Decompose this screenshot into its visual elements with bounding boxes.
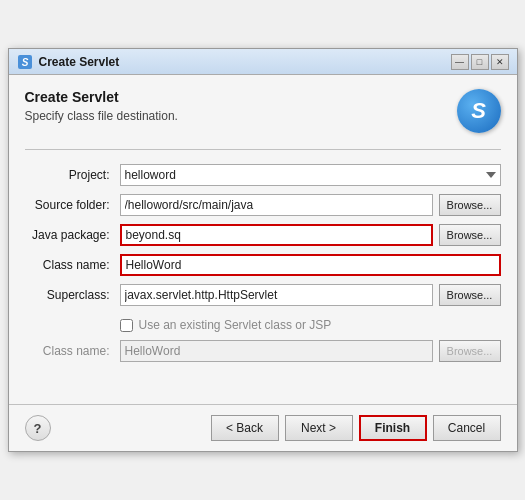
java-package-input[interactable] (120, 224, 433, 246)
superclass-browse-button[interactable]: Browse... (439, 284, 501, 306)
java-package-input-area: Browse... (120, 224, 501, 246)
bottom-bar: ? < Back Next > Finish Cancel (9, 404, 517, 451)
source-folder-input-area: Browse... (120, 194, 501, 216)
help-button[interactable]: ? (25, 415, 51, 441)
disabled-class-input-area: Browse... (120, 340, 501, 362)
disabled-class-row: Class name: Browse... (25, 340, 501, 362)
superclass-input-area: Browse... (120, 284, 501, 306)
svg-text:S: S (21, 57, 28, 68)
project-select[interactable]: helloword (120, 164, 501, 186)
finish-button[interactable]: Finish (359, 415, 427, 441)
superclass-input[interactable] (120, 284, 433, 306)
existing-servlet-label: Use an existing Servlet class or JSP (139, 318, 332, 332)
logo-icon: S (457, 89, 501, 133)
class-name-row: Class name: (25, 254, 501, 276)
existing-servlet-checkbox-row: Use an existing Servlet class or JSP (120, 318, 501, 332)
window-icon: S (17, 54, 33, 70)
header-text: Create Servlet Specify class file destin… (25, 89, 457, 123)
next-button[interactable]: Next > (285, 415, 353, 441)
dialog-window: S Create Servlet — □ ✕ Create Servlet Sp… (8, 48, 518, 452)
project-label: Project: (25, 168, 120, 182)
window-title: Create Servlet (39, 55, 120, 69)
source-folder-browse-button[interactable]: Browse... (439, 194, 501, 216)
class-name-label: Class name: (25, 258, 120, 272)
dialog-header: Create Servlet Specify class file destin… (25, 89, 501, 133)
bottom-spacer (25, 362, 501, 392)
superclass-label: Superclass: (25, 288, 120, 302)
title-bar: S Create Servlet — □ ✕ (9, 49, 517, 75)
superclass-row: Superclass: Browse... (25, 284, 501, 306)
class-name-input-area (120, 254, 501, 276)
dialog-content: Create Servlet Specify class file destin… (9, 75, 517, 404)
project-row: Project: helloword (25, 164, 501, 186)
class-name-input[interactable] (120, 254, 501, 276)
nav-buttons: < Back Next > Finish Cancel (211, 415, 501, 441)
cancel-button[interactable]: Cancel (433, 415, 501, 441)
source-folder-label: Source folder: (25, 198, 120, 212)
back-button[interactable]: < Back (211, 415, 279, 441)
java-package-row: Java package: Browse... (25, 224, 501, 246)
dialog-subtitle: Specify class file destination. (25, 109, 457, 123)
form-fields: Project: helloword Source folder: Browse… (25, 164, 501, 362)
java-package-label: Java package: (25, 228, 120, 242)
disabled-browse-button: Browse... (439, 340, 501, 362)
existing-servlet-checkbox[interactable] (120, 319, 133, 332)
project-input-area: helloword (120, 164, 501, 186)
java-package-browse-button[interactable]: Browse... (439, 224, 501, 246)
window-controls: — □ ✕ (451, 54, 509, 70)
header-separator (25, 149, 501, 150)
source-folder-input[interactable] (120, 194, 433, 216)
maximize-button[interactable]: □ (471, 54, 489, 70)
disabled-class-input (120, 340, 433, 362)
source-folder-row: Source folder: Browse... (25, 194, 501, 216)
close-button[interactable]: ✕ (491, 54, 509, 70)
disabled-class-label: Class name: (25, 344, 120, 358)
minimize-button[interactable]: — (451, 54, 469, 70)
dialog-title: Create Servlet (25, 89, 457, 105)
